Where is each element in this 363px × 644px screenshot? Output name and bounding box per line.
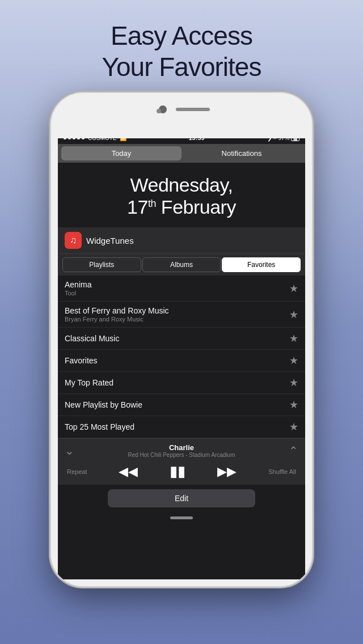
playlist-name: Top 25 Most Played [65, 422, 285, 431]
list-item[interactable]: Best of Ferry and Roxy Music Bryan Ferry… [58, 302, 305, 328]
list-item[interactable]: Classical Music ★ [58, 328, 305, 350]
speaker-bar [176, 108, 210, 111]
chevron-down-icon[interactable]: ⌄ [65, 444, 74, 457]
chevron-up-icon[interactable]: ⌃ [289, 444, 298, 457]
playlist-info: Best of Ferry and Roxy Music Bryan Ferry… [65, 306, 285, 323]
home-indicator [170, 516, 193, 519]
playlist-info: Top 25 Most Played [65, 422, 285, 431]
sub-tab-albums[interactable]: Albums [142, 257, 221, 272]
playlist-name: My Top Rated [65, 378, 285, 387]
forward-button[interactable]: ▶▶ [217, 464, 237, 479]
list-item[interactable]: Favorites ★ [58, 350, 305, 372]
playlist-sub: Tool [65, 290, 285, 296]
playlist-info: New Playlist by Bowie [65, 400, 285, 409]
np-center: Charlie Red Hot Chili Peppers - Stadium … [74, 443, 289, 458]
list-item[interactable]: My Top Rated ★ [58, 372, 305, 394]
playlist-info: My Top Rated [65, 378, 285, 387]
star-icon[interactable]: ★ [289, 282, 298, 295]
phone-top [51, 93, 312, 138]
now-playing-title: Charlie [74, 443, 289, 452]
playlist-name: New Playlist by Bowie [65, 400, 285, 409]
date-sup: th [148, 198, 156, 209]
now-playing-bar: ⌄ Charlie Red Hot Chili Peppers - Stadiu… [58, 438, 305, 485]
repeat-label[interactable]: Repeat [67, 468, 87, 475]
list-item[interactable]: Aenima Tool ★ [58, 276, 305, 302]
edit-button[interactable]: Edit [108, 489, 255, 507]
tab-notifications[interactable]: Notifications [182, 146, 302, 160]
star-icon[interactable]: ★ [289, 399, 298, 411]
now-playing-top: ⌄ Charlie Red Hot Chili Peppers - Stadiu… [65, 443, 298, 458]
bottom-indicator [58, 512, 305, 523]
playlist-name: Classical Music [65, 334, 285, 343]
header-section: Easy Access Your Favorites [0, 0, 363, 83]
playback-controls: Repeat ◀◀ ▮▮ ▶▶ Shuffle All [65, 461, 298, 481]
date-display: Wednesday, 17th February [69, 174, 294, 218]
list-item[interactable]: Top 25 Most Played ★ [58, 416, 305, 438]
header-line1: Easy Access [111, 21, 252, 50]
shuffle-label[interactable]: Shuffle All [268, 468, 296, 475]
phone-screen: COSMOTE 📶 15:59 ❯ × 97% ▓ Today Notifica… [58, 132, 305, 579]
widget-section: ♫ WidgeTunes Playlists Albums Favorites [58, 227, 305, 276]
star-icon[interactable]: ★ [289, 332, 298, 345]
playlist-info: Classical Music [65, 334, 285, 343]
playlist-list: Aenima Tool ★ Best of Ferry and Roxy Mus… [58, 276, 305, 438]
date-section: Wednesday, 17th February [58, 163, 305, 227]
playlist-name: Aenima [65, 280, 285, 289]
edit-section: Edit [58, 485, 305, 512]
star-icon[interactable]: ★ [289, 376, 298, 389]
widget-header: ♫ WidgeTunes [58, 227, 305, 254]
header-line2: Your Favorites [102, 52, 261, 82]
date-day: 17 [127, 196, 148, 218]
list-item[interactable]: New Playlist by Bowie ★ [58, 394, 305, 416]
nc-tabs: Today Notifications [58, 144, 305, 163]
widget-title: WidgeTunes [86, 236, 134, 245]
widget-icon: ♫ [65, 232, 82, 249]
now-playing-subtitle: Red Hot Chili Peppers - Stadium Arcadium [74, 452, 289, 458]
date-month: February [161, 196, 236, 218]
playlist-info: Aenima Tool [65, 280, 285, 296]
sub-tab-favorites[interactable]: Favorites [222, 257, 301, 272]
star-icon[interactable]: ★ [289, 421, 298, 433]
sub-tab-playlists[interactable]: Playlists [62, 257, 141, 272]
phone-frame: COSMOTE 📶 15:59 ❯ × 97% ▓ Today Notifica… [51, 93, 312, 586]
playlist-name: Favorites [65, 356, 285, 365]
sub-tabs: Playlists Albums Favorites [58, 254, 305, 276]
widget-icon-symbol: ♫ [70, 235, 77, 245]
playlist-info: Favorites [65, 356, 285, 365]
rewind-button[interactable]: ◀◀ [119, 464, 138, 479]
tab-today[interactable]: Today [61, 146, 182, 160]
star-icon[interactable]: ★ [289, 308, 298, 321]
playlist-sub: Bryan Ferry and Roxy Music [65, 316, 285, 323]
star-icon[interactable]: ★ [289, 354, 298, 367]
date-line1: Wednesday, [130, 174, 233, 196]
playlist-name: Best of Ferry and Roxy Music [65, 306, 285, 315]
pause-button[interactable]: ▮▮ [170, 463, 185, 480]
